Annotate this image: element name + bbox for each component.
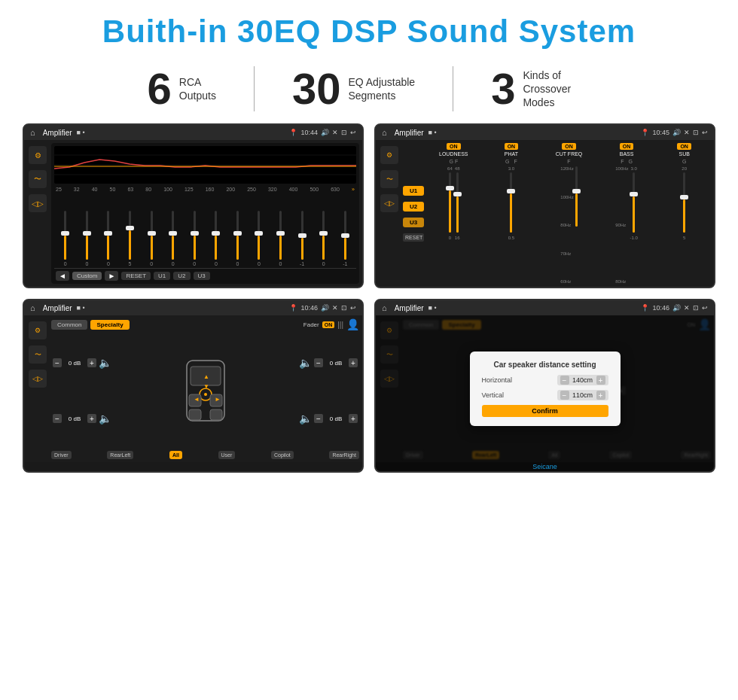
s3-btn-speaker[interactable]: ◁▷ <box>29 370 47 388</box>
home-icon-2[interactable]: ⌂ <box>382 128 387 137</box>
bass-on[interactable]: ON <box>620 143 634 150</box>
close-icon-1[interactable]: ✕ <box>332 129 338 136</box>
u1-select-btn[interactable]: U1 <box>403 186 424 196</box>
left-top-plus[interactable]: + <box>87 358 96 367</box>
window-icon-3[interactable]: ⊡ <box>341 304 347 312</box>
eq-btn-wave[interactable]: 〜 <box>29 170 47 188</box>
u1-btn[interactable]: U1 <box>154 272 170 280</box>
screen3-sidebar: ⚙ 〜 ◁▷ <box>27 318 48 459</box>
eq-slider-5[interactable]: 0 <box>163 211 183 266</box>
eq-slider-2[interactable]: 0 <box>99 211 118 266</box>
next-btn[interactable]: ► <box>105 271 118 281</box>
back-icon-3[interactable]: ↩ <box>350 304 356 312</box>
eq-slider-11[interactable]: -1 <box>292 211 312 266</box>
left-top-minus[interactable]: − <box>53 358 62 367</box>
tab-common-3[interactable]: Common <box>51 320 87 330</box>
eq-slider-10[interactable]: 0 <box>271 211 291 266</box>
s3-btn-settings[interactable]: ⚙ <box>29 321 47 339</box>
s3-btn-wave[interactable]: 〜 <box>29 345 47 364</box>
all-btn[interactable]: All <box>169 451 182 459</box>
stat-rca-number: 6 <box>148 67 172 111</box>
eq-slider-8[interactable]: 0 <box>228 211 248 266</box>
home-icon-4[interactable]: ⌂ <box>382 303 387 312</box>
eq-btn-settings[interactable]: ⚙ <box>29 146 47 164</box>
right-top-plus[interactable]: + <box>349 358 358 367</box>
eq-slider-0[interactable]: 0 <box>56 211 75 266</box>
eq-btn-speaker[interactable]: ◁▷ <box>29 194 47 212</box>
user-btn[interactable]: User <box>218 451 236 459</box>
vertical-plus[interactable]: + <box>596 391 605 400</box>
amp2-btn-wave[interactable]: 〜 <box>380 170 398 188</box>
left-bottom-minus[interactable]: − <box>53 414 62 423</box>
driver-btn[interactable]: Driver <box>51 451 72 459</box>
u3-select-btn[interactable]: U3 <box>403 218 424 227</box>
eq-slider-6[interactable]: 0 <box>184 211 204 266</box>
cutfreq-slider[interactable] <box>575 166 578 284</box>
vertical-minus[interactable]: − <box>560 391 569 400</box>
back-icon-2[interactable]: ↩ <box>702 129 708 136</box>
confirm-button[interactable]: Confirm <box>482 405 608 417</box>
window-icon-1[interactable]: ⊡ <box>341 129 347 136</box>
u3-btn[interactable]: U3 <box>194 272 210 280</box>
fader-on[interactable]: ON <box>322 321 335 328</box>
custom-btn[interactable]: Custom <box>72 272 102 280</box>
eq-slider-7[interactable]: 0 <box>206 211 226 266</box>
back-icon-1[interactable]: ↩ <box>350 129 356 136</box>
phat-label: PHAT <box>505 151 518 157</box>
copilot-btn[interactable]: Copilot <box>271 451 294 459</box>
sub-slider[interactable]: 20 5 <box>682 166 687 284</box>
loudness-sliders: 64 0 48 16 <box>447 166 459 284</box>
rearright-btn[interactable]: RearRight <box>329 451 359 459</box>
eq-slider-3[interactable]: 5 <box>120 211 140 266</box>
window-icon-2[interactable]: ⊡ <box>693 129 699 136</box>
channel-bass: ON BASS F G 100Hz90Hz80Hz 3.0 -1.0 <box>600 143 654 284</box>
channel-phat: ON PHAT G F 3.0 0.5 <box>485 143 538 284</box>
right-top-minus[interactable]: − <box>314 358 323 367</box>
amp2-btn-speaker[interactable]: ◁▷ <box>380 194 398 212</box>
close-icon-2[interactable]: ✕ <box>684 129 690 136</box>
right-bottom-minus[interactable]: − <box>314 414 323 423</box>
loudness-slider-2[interactable]: 48 16 <box>455 166 460 284</box>
home-icon-3[interactable]: ⌂ <box>30 303 35 312</box>
horizontal-value: 140cm <box>572 376 594 384</box>
cutfreq-on[interactable]: ON <box>562 143 576 150</box>
close-icon-3[interactable]: ✕ <box>332 304 338 312</box>
screen1-title: Amplifier <box>43 129 72 137</box>
reset-btn-1[interactable]: RESET <box>121 272 151 280</box>
back-icon-4[interactable]: ↩ <box>702 304 708 312</box>
window-icon-4[interactable]: ⊡ <box>693 304 699 312</box>
position-buttons: Driver RearLeft All User Copilot RearRig… <box>51 451 359 459</box>
profile-icon-3[interactable]: 👤 <box>346 318 359 330</box>
u2-select-btn[interactable]: U2 <box>403 202 424 212</box>
bass-label: BASS <box>620 151 634 157</box>
reset-btn-2[interactable]: RESET <box>403 233 424 242</box>
loudness-slider-1[interactable]: 64 0 <box>447 166 453 284</box>
amp2-sidebar: ⚙ 〜 ◁▷ <box>379 143 400 284</box>
sub-on[interactable]: ON <box>677 143 691 150</box>
close-icon-4[interactable]: ✕ <box>684 304 690 312</box>
amp2-btn-settings[interactable]: ⚙ <box>380 146 398 164</box>
prev-btn[interactable]: ◄ <box>56 271 69 281</box>
vertical-label: Vertical <box>482 391 520 399</box>
bass-area: 100Hz90Hz80Hz 3.0 -1.0 <box>615 166 638 284</box>
right-bottom-plus[interactable]: + <box>349 414 358 423</box>
left-bottom-plus[interactable]: + <box>87 414 96 423</box>
eq-slider-9[interactable]: 0 <box>249 211 269 266</box>
home-icon-1[interactable]: ⌂ <box>30 128 35 137</box>
u2-btn[interactable]: U2 <box>173 272 190 280</box>
eq-slider-4[interactable]: 0 <box>142 211 161 266</box>
eq-slider-13[interactable]: -1 <box>336 211 355 266</box>
loudness-on[interactable]: ON <box>447 143 461 150</box>
screen-eq: ⌂ Amplifier ■ • 📍 10:44 🔊 ✕ ⊡ ↩ ⚙ 〜 ◁▷ <box>23 123 364 288</box>
bass-slider-1[interactable]: 3.0 -1.0 <box>630 166 638 284</box>
tab-specialty-3[interactable]: Specialty <box>90 320 129 330</box>
phat-on[interactable]: ON <box>505 143 519 150</box>
horizontal-plus[interactable]: + <box>596 376 605 385</box>
rearleft-btn[interactable]: RearLeft <box>107 451 133 459</box>
sub-options: G <box>682 159 686 164</box>
horizontal-minus[interactable]: − <box>560 376 569 385</box>
eq-slider-12[interactable]: 0 <box>314 211 334 266</box>
eq-slider-1[interactable]: 0 <box>78 211 97 266</box>
stat-crossover-number: 3 <box>491 67 515 111</box>
phat-slider[interactable]: 3.0 0.5 <box>508 166 514 284</box>
